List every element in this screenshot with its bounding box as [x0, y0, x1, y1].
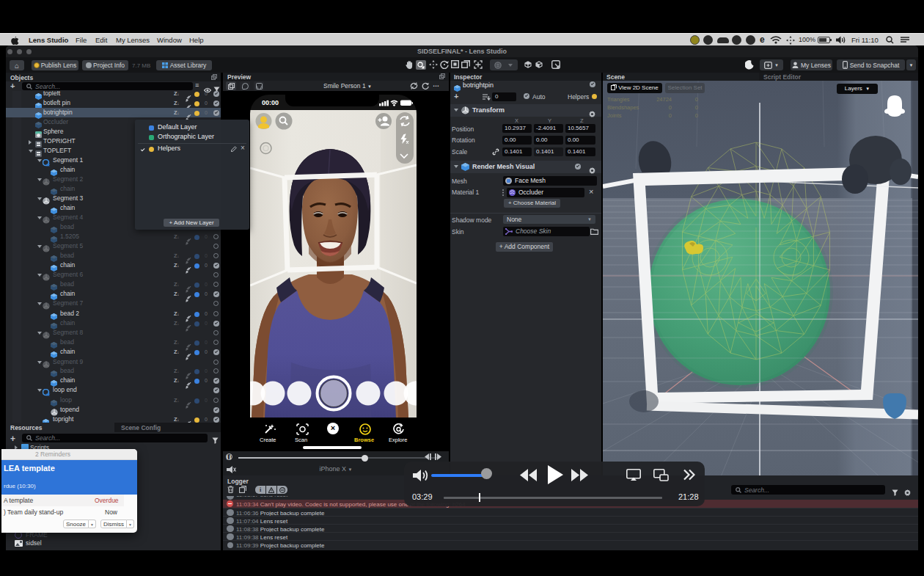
svg-text:24724: 24724	[656, 96, 672, 103]
svg-text:Triangles: Triangles	[607, 96, 630, 103]
svg-text:0: 0	[695, 96, 698, 103]
svg-text:0: 0	[669, 112, 672, 119]
svg-text:0: 0	[695, 112, 698, 119]
svg-text:0: 0	[669, 104, 672, 111]
svg-text:Blendshapes: Blendshapes	[607, 104, 639, 111]
svg-text:Joints: Joints	[607, 112, 622, 119]
svg-text:0: 0	[695, 104, 698, 111]
